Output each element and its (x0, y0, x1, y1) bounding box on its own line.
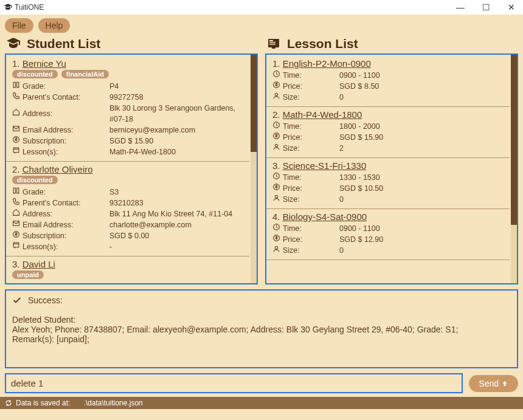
clock-icon (272, 121, 280, 132)
dollar-icon (12, 230, 20, 241)
row-label: Parent's Contact: (23, 92, 81, 103)
student-index: 1. (12, 58, 20, 69)
row-value: 0900 - 1100 (339, 70, 504, 81)
svg-rect-5 (13, 243, 19, 247)
result-status: Success: (28, 295, 63, 305)
row-label: Price: (283, 183, 302, 194)
student-card[interactable]: 3. David Liunpaid (6, 256, 249, 283)
app-icon (4, 3, 12, 12)
student-name: David Li (23, 259, 55, 269)
lesson-icon (265, 36, 282, 51)
row-label: Email Address: (23, 125, 73, 136)
minimize-button[interactable]: — (452, 2, 468, 12)
row-value: SGD $ 10.50 (339, 183, 504, 194)
lesson-index: 1. (272, 58, 280, 69)
title-bar: TuitiONE — ☐ ✕ (0, 0, 523, 15)
row-label: Price: (283, 132, 302, 143)
status-path: .\data\tuitione.json (83, 399, 142, 407)
close-button[interactable]: ✕ (504, 2, 519, 12)
lesson-list-title: Lesson List (287, 36, 358, 51)
row-value: Blk 30 Lorong 3 Serangoon Gardens, #07-1… (109, 103, 243, 125)
svg-rect-10 (272, 47, 275, 49)
arrow-up-icon (501, 380, 508, 387)
student-listbox: 1. Bernice YudiscountedfinancialAidGrade… (5, 53, 258, 284)
lesson-listbox: 1. English-P2-Mon-0900Time:0900 - 1100Pr… (265, 53, 518, 284)
student-index: 2. (12, 164, 20, 174)
row-value: S3 (109, 187, 243, 198)
row-label: Subscription: (23, 136, 66, 146)
student-card[interactable]: 1. Bernice YudiscountedfinancialAidGrade… (6, 55, 249, 162)
lesson-name: English-P2-Mon-0900 (283, 58, 371, 69)
row-label: Time: (283, 121, 302, 132)
menu-help[interactable]: Help (38, 18, 71, 33)
row-value: Blk 11 Ang Mo Kio Street 74, #11-04 (109, 208, 243, 219)
row-value: 1800 - 2000 (339, 121, 504, 132)
svg-point-22 (275, 246, 277, 249)
maximize-button[interactable]: ☐ (478, 2, 494, 12)
lesson-index: 2. (272, 109, 280, 120)
svg-rect-9 (269, 44, 275, 45)
person-icon (272, 143, 280, 154)
svg-rect-2 (13, 148, 19, 153)
row-value: 0 (339, 92, 504, 103)
row-label: Lesson(s): (23, 146, 58, 157)
menu-file[interactable]: File (5, 18, 33, 33)
mail-icon (12, 125, 20, 136)
row-label: Time: (283, 172, 302, 183)
lesson-card[interactable]: 3. Science-S1-Fri-1330Time:1330 - 1530Pr… (266, 158, 510, 209)
clock-icon (272, 223, 280, 234)
svg-point-16 (275, 144, 277, 146)
row-label: Time: (283, 70, 302, 81)
lesson-card[interactable]: 2. Math-P4-Wed-1800Time:1800 - 2000Price… (266, 107, 510, 158)
row-value: SGD $ 0.00 (109, 230, 243, 241)
result-line1: Deleted Student: (12, 315, 511, 325)
send-button[interactable]: Send (469, 375, 518, 392)
phone-icon (12, 198, 20, 208)
home-icon (12, 108, 20, 119)
row-value: SGD $ 15.90 (339, 132, 504, 143)
svg-rect-7 (269, 40, 273, 41)
student-scrollbar[interactable] (251, 55, 257, 283)
grade-icon (12, 81, 20, 92)
tag: financialAid (61, 70, 109, 78)
check-icon (12, 295, 22, 305)
status-label: Data is saved at: (16, 399, 70, 407)
result-box: Success: Deleted Student: Alex Yeoh; Pho… (5, 289, 518, 368)
row-value: - (109, 241, 243, 252)
phone-icon (12, 92, 20, 103)
tag: unpaid (12, 270, 44, 279)
row-label: Price: (283, 234, 302, 245)
row-value: SGD $ 15.90 (109, 136, 243, 146)
student-list-title: Student List (27, 36, 100, 51)
row-value: 0900 - 1100 (339, 223, 504, 234)
row-value: berniceyu@example.com (109, 125, 243, 136)
row-label: Size: (283, 143, 300, 154)
row-value: SGD $ 12.90 (339, 234, 504, 245)
lesson-card[interactable]: 1. English-P2-Mon-0900Time:0900 - 1100Pr… (266, 55, 510, 107)
row-label: Address: (23, 208, 52, 219)
dollar-icon (12, 136, 20, 146)
row-label: Size: (283, 92, 300, 103)
student-card[interactable]: 2. Charlotte OliveirodiscountedGrade:S3P… (6, 162, 249, 256)
lesson-card[interactable]: 4. Biology-S4-Sat-0900Time:0900 - 1100Pr… (266, 209, 510, 260)
command-input[interactable] (5, 373, 463, 393)
tag: discounted (12, 70, 58, 78)
row-label: Email Address: (23, 219, 73, 230)
dollar-icon (272, 132, 280, 143)
row-value: 2 (339, 143, 504, 154)
lesson-index: 4. (272, 212, 280, 222)
person-icon (272, 245, 280, 256)
row-label: Parent's Contact: (23, 198, 81, 208)
row-label: Price: (283, 81, 302, 92)
student-name: Bernice Yu (23, 58, 66, 69)
row-label: Time: (283, 223, 302, 234)
refresh-icon (5, 399, 12, 407)
lesson-name: Biology-S4-Sat-0900 (283, 212, 367, 222)
row-value: 0 (339, 245, 504, 256)
graduate-icon (5, 36, 22, 51)
svg-point-19 (275, 195, 277, 198)
row-value: 93210283 (109, 198, 243, 208)
lesson-scrollbar[interactable] (511, 55, 517, 283)
result-line2: Alex Yeoh; Phone: 87438807; Email: alexy… (12, 325, 511, 334)
lesson-icon (12, 241, 20, 252)
